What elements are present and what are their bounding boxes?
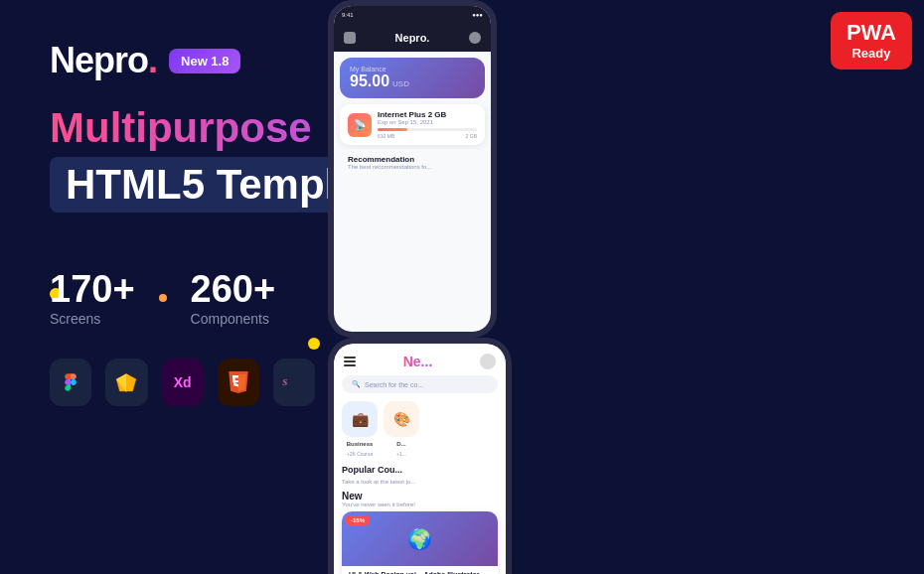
p2-search-placeholder: Search for the co... [365,381,423,388]
phone-1-screen: 9:41 ●●● Nepro. My Balance 95.00 USD 📡 [334,6,491,332]
p2-cat-business: 💼 Business +2K Course [342,401,378,457]
p1-card-icon: 📡 [348,113,372,137]
phones-area: 9:41 ●●● Nepro. My Balance 95.00 USD 📡 [328,0,924,574]
p1-card-item: 📡 Internet Plus 2 GB Exp on Sep 15, 2021… [340,104,485,145]
components-label: Components [191,311,276,327]
sass-icon[interactable]: S [273,359,315,406]
pwa-main-text: PWA [847,20,896,46]
stat-divider [159,294,167,302]
p1-balance-amount: 95.00 [350,72,389,90]
p1-balance-label: My Balance [350,66,475,72]
p2-cat-design: 🎨 D... +1... [384,401,419,457]
p1-card-sub: Exp on Sep 15, 2021 [378,119,477,125]
p1-progress-label1: 610 MB [378,133,394,139]
p2-section-sub: Take a look at the latest jo... [334,479,506,491]
screens-count: 170+ [50,268,135,311]
sketch-icon[interactable] [105,359,147,406]
p2-course-image: 🌍 -15% [342,511,498,566]
stat-components: 260+ Components [191,268,276,327]
p2-course-info: UI & Web Design usi... Adobe Illustrator… [342,566,498,574]
html5-icon[interactable] [218,359,259,406]
p2-search[interactable]: 🔍 Search for the co... [342,375,498,393]
svg-text:S: S [283,377,288,387]
figma-icon[interactable] [50,359,91,406]
p1-progress-label2: 2 GB [466,133,477,139]
p1-rec-title: Recommendation [348,155,477,164]
p2-new-title: New [342,491,498,502]
version-badge: New 1.8 [169,49,240,73]
p1-balance: My Balance 95.00 USD [340,58,485,98]
p1-recommendation: Recommendation The best recommendations … [340,149,485,176]
p2-new-section: New You've never seen it before! [334,491,506,511]
p1-balance-currency: USD [392,79,409,88]
xd-icon[interactable]: Xd [162,359,204,406]
p2-categories: 💼 Business +2K Course 🎨 D... +1... [334,401,506,465]
components-count: 260+ [191,268,276,311]
p1-progress-fill [378,128,407,131]
p1-progress-bar [378,128,477,131]
p1-brand: Nepro. [395,32,430,44]
phone-2-screen: Ne... 🔍 Search for the co... 💼 Business … [334,344,506,574]
pwa-sub-text: Ready [851,46,890,62]
screens-label: Screens [50,311,135,327]
p2-brand: Ne... [403,354,433,369]
p1-card-info: Internet Plus 2 GB Exp on Sep 15, 2021 6… [378,110,477,139]
p2-new-sub: You've never seen it before! [342,502,498,507]
p2-cat-business-label: Business [347,441,374,447]
p2-discount-badge: -15% [346,515,370,525]
p1-card-title: Internet Plus 2 GB [378,110,477,119]
p2-cat-design-label: D... [396,441,405,447]
p1-rec-sub: The best recommendations fo... [348,164,477,170]
phone-2-courses: Ne... 🔍 Search for the co... 💼 Business … [328,338,512,574]
stat-screens: 170+ Screens [50,268,135,327]
phone-1-finance: 9:41 ●●● Nepro. My Balance 95.00 USD 📡 [328,0,497,338]
pwa-badge: PWA Ready [831,12,912,70]
p2-section-title: Popular Cou... [334,465,506,479]
app-logo: Nepro. [50,40,157,81]
p2-course-card: 🌍 -15% UI & Web Design usi... Adobe Illu… [342,511,498,574]
p1-header: Nepro. [334,20,491,52]
p2-header: Ne... [334,344,506,375]
